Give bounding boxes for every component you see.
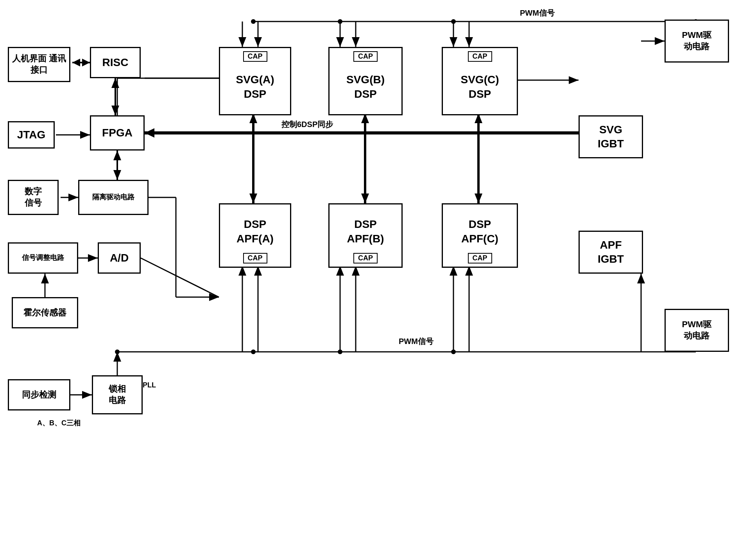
svg-marker-59	[111, 78, 119, 88]
svg-b-block: CAP SVG(B)DSP	[328, 47, 403, 115]
fpga-block: FPGA	[90, 115, 145, 151]
pll-label: 锁相电路	[109, 383, 126, 406]
jtag-label: JTAG	[17, 128, 46, 142]
svg-marker-71	[41, 274, 49, 283]
svg-point-93	[115, 349, 120, 354]
svg-point-86	[251, 19, 256, 24]
apf-b-block: DSPAPF(B) CAP	[328, 203, 403, 268]
signal-conditioning-block: 信号调整电路	[8, 242, 78, 274]
apf-b-label: DSPAPF(B)	[347, 217, 384, 246]
svg-line-72	[141, 258, 219, 297]
pwm-drive-top-label: PWM驱动电路	[682, 30, 712, 52]
svg-marker-31	[465, 37, 473, 47]
isolation-driver-label: 隔离驱动电路	[92, 193, 134, 202]
svg-marker-67	[68, 194, 78, 201]
hmi-block: 人机界面 通讯接口	[8, 47, 70, 82]
pll-text-label: PLL	[143, 381, 156, 389]
signal-conditioning-label: 信号调整电路	[22, 253, 64, 262]
svg-marker-46	[637, 274, 645, 283]
diagram-container: 人机界面 通讯接口 RISC JTAG FPGA 数字信号 隔离驱动电路 信号调…	[0, 0, 756, 534]
control-6dsp-label: 控制6DSP同步	[281, 119, 333, 130]
pwm-drive-top-block: PWM驱动电路	[665, 20, 729, 63]
svg-marker-62	[80, 131, 90, 139]
pwm-drive-bottom-label: PWM驱动电路	[682, 319, 712, 341]
digital-signal-label: 数字信号	[25, 186, 42, 208]
svg-b-label: SVG(B)DSP	[346, 73, 385, 101]
svg-point-88	[451, 19, 456, 24]
svg-marker-27	[352, 37, 360, 47]
fpga-label: FPGA	[102, 126, 133, 140]
svg-marker-23	[254, 37, 262, 47]
risc-label: RISC	[102, 56, 129, 70]
svg-point-90	[338, 349, 342, 354]
pwm-drive-bottom-block: PWM驱动电路	[665, 309, 729, 352]
apf-a-label: DSPAPF(A)	[236, 217, 274, 246]
svg-marker-11	[361, 194, 369, 203]
svg-marker-83	[569, 76, 579, 84]
svg-marker-25	[336, 37, 344, 47]
hall-sensor-block: 霍尔传感器	[12, 297, 78, 328]
pwm-signal-top-label: PWM信号	[520, 8, 555, 18]
risc-block: RISC	[90, 47, 141, 78]
ad-block: A/D	[98, 242, 141, 274]
svg-point-87	[338, 19, 342, 24]
digital-signal-block: 数字信号	[8, 180, 59, 215]
apf-igbt-label: APFIGBT	[598, 238, 624, 267]
hall-sensor-label: 霍尔传感器	[23, 307, 66, 319]
apf-c-block: DSPAPF(C) CAP	[442, 203, 518, 268]
svg-marker-69	[88, 254, 98, 262]
svg-marker-64	[113, 151, 121, 160]
svg-marker-74	[82, 391, 92, 399]
svg-point-89	[251, 349, 256, 354]
svg-marker-9	[249, 194, 257, 203]
svg-marker-57	[82, 59, 90, 66]
apf-a-block: DSPAPF(A) CAP	[219, 203, 291, 268]
sync-detect-label: 同步检测	[22, 389, 56, 401]
ad-label: A/D	[110, 251, 129, 265]
svg-marker-65	[113, 170, 121, 180]
svg-igbt-label: SVGIGBT	[598, 123, 624, 151]
pwm-signal-bottom-label: PWM信号	[399, 336, 434, 347]
jtag-block: JTAG	[8, 121, 55, 149]
svg-igbt-block: SVGIGBT	[579, 115, 643, 158]
isolation-driver-block: 隔离驱动电路	[78, 180, 149, 215]
svg-a-label: SVG(A)DSP	[236, 73, 274, 101]
apf-c-label: DSPAPF(C)	[461, 217, 498, 246]
apf-igbt-block: APFIGBT	[579, 231, 643, 274]
svg-a-block: CAP SVG(A)DSP	[219, 47, 291, 115]
svg-marker-21	[238, 37, 246, 47]
svg-marker-29	[450, 37, 457, 47]
sync-detect-block: 同步检测	[8, 379, 70, 410]
svg-point-91	[451, 349, 456, 354]
hmi-label: 人机界面 通讯接口	[9, 53, 69, 75]
svg-marker-85	[655, 37, 665, 45]
svg-marker-60	[111, 106, 119, 115]
svg-marker-13	[475, 194, 482, 203]
pll-block: 锁相电路	[92, 375, 143, 414]
abc-phases-label: A、B、C三相	[37, 418, 81, 428]
svg-marker-1	[145, 128, 154, 138]
svg-c-block: CAP SVG(C)DSP	[442, 47, 518, 115]
svg-marker-56	[72, 59, 80, 66]
svg-c-label: SVG(C)DSP	[461, 73, 499, 101]
